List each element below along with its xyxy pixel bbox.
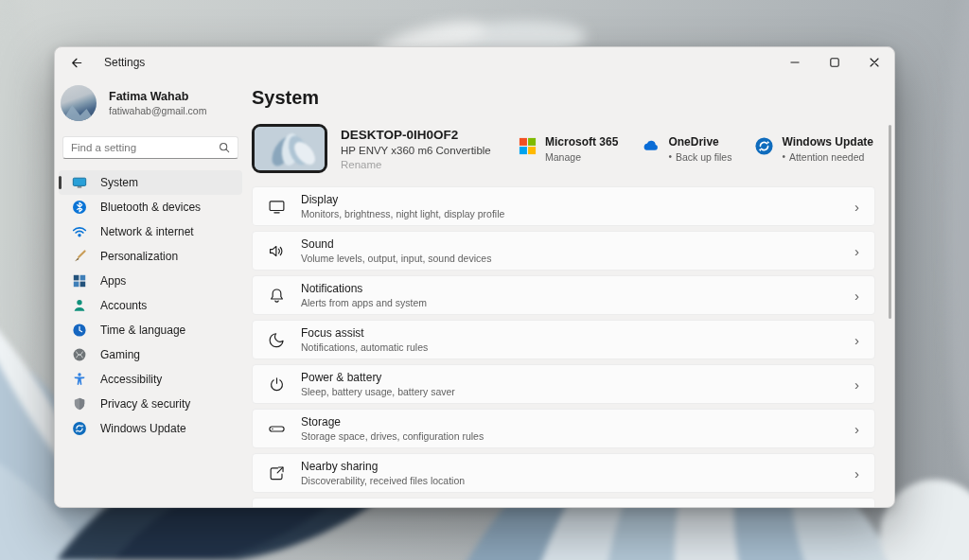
status-badges: Microsoft 365 Manage OneDrive •Back up f…	[518, 135, 875, 163]
rename-link[interactable]: Rename	[341, 159, 491, 170]
storage-icon	[268, 420, 286, 438]
system-icon	[72, 175, 87, 190]
bluetooth-icon	[72, 200, 87, 215]
sidebar-item-gaming[interactable]: Gaming	[59, 342, 242, 367]
main-pane: System DESKTOP-0IH0OF2 HP ENVY x360 m6 C…	[250, 78, 894, 507]
sidebar-item-bluetooth-devices[interactable]: Bluetooth & devices	[59, 195, 242, 219]
window-title: Settings	[104, 56, 145, 69]
windows-update-icon	[72, 421, 87, 436]
active-indicator	[59, 176, 62, 189]
close-icon	[870, 58, 879, 67]
page-title: System	[252, 86, 875, 109]
settings-card-power-battery[interactable]: Power & battery Sleep, battery usage, ba…	[252, 364, 875, 404]
sidebar-item-privacy-security[interactable]: Privacy & security	[59, 392, 242, 416]
settings-card-focus-assist[interactable]: Focus assist Notifications, automatic ru…	[252, 320, 875, 359]
chevron-right-icon: ›	[854, 199, 859, 215]
apps-icon	[72, 273, 87, 289]
power-icon	[268, 376, 286, 394]
privacy-security-icon	[72, 396, 87, 411]
microsoft-365-icon	[518, 136, 537, 156]
sidebar-item-time-language[interactable]: Time & language	[59, 318, 242, 342]
sidebar-item-personalization[interactable]: Personalization	[59, 244, 242, 269]
profile-name: Fatima Wahab	[109, 90, 206, 103]
back-button[interactable]	[62, 52, 89, 73]
status-dot: •	[782, 152, 785, 162]
windows-update-badge-icon	[754, 136, 774, 156]
search-icon	[219, 142, 230, 153]
device-name: DESKTOP-0IH0OF2	[341, 128, 491, 142]
avatar	[61, 85, 97, 121]
chevron-right-icon: ›	[854, 465, 859, 481]
back-arrow-icon	[69, 56, 83, 70]
profile-email: fatiwahab@gmail.com	[109, 105, 206, 116]
focus-assist-icon	[268, 331, 286, 349]
titlebar: Settings	[55, 47, 894, 78]
settings-card-nearby-sharing[interactable]: Nearby sharing Discoverability, received…	[252, 453, 875, 493]
personalization-icon	[72, 249, 87, 264]
chevron-right-icon: ›	[854, 288, 859, 304]
device-thumbnail	[252, 124, 327, 173]
settings-card-sound[interactable]: Sound Volume levels, output, input, soun…	[252, 231, 875, 271]
chevron-right-icon: ›	[854, 376, 859, 393]
settings-card-storage[interactable]: Storage Storage space, drives, configura…	[252, 409, 875, 448]
onedrive-icon	[641, 136, 661, 156]
settings-list: Display Monitors, brightness, night ligh…	[252, 186, 875, 508]
status-dot: •	[668, 152, 672, 162]
sound-icon	[268, 242, 286, 260]
device-header: DESKTOP-0IH0OF2 HP ENVY x360 m6 Converti…	[252, 124, 875, 173]
network-icon	[72, 224, 87, 239]
sidebar-nav: System Bluetooth & devices Network & int…	[55, 170, 250, 441]
close-button[interactable]	[854, 47, 894, 78]
sidebar-item-apps[interactable]: Apps	[59, 269, 242, 293]
settings-card-notifications[interactable]: Notifications Alerts from apps and syste…	[252, 275, 875, 315]
maximize-button[interactable]	[815, 47, 854, 78]
device-model: HP ENVY x360 m6 Convertible	[341, 145, 491, 156]
sidebar-item-accounts[interactable]: Accounts	[59, 293, 242, 318]
badge-onedrive[interactable]: OneDrive •Back up files	[641, 135, 731, 163]
minimize-button[interactable]	[775, 47, 815, 78]
accessibility-icon	[72, 372, 87, 387]
gaming-icon	[72, 347, 87, 362]
sidebar: Fatima Wahab fatiwahab@gmail.com System …	[55, 78, 250, 507]
sidebar-item-windows-update[interactable]: Windows Update	[59, 416, 242, 441]
badge-windows-update[interactable]: Windows Update •Attention needed	[754, 135, 873, 163]
chevron-right-icon: ›	[854, 421, 859, 437]
display-icon	[268, 198, 286, 216]
notifications-icon	[268, 287, 286, 305]
chevron-right-icon: ›	[854, 243, 859, 259]
sidebar-item-network-internet[interactable]: Network & internet	[59, 219, 242, 244]
badge-microsoft-365[interactable]: Microsoft 365 Manage	[518, 135, 618, 163]
search-box	[62, 136, 238, 159]
search-input[interactable]	[71, 142, 219, 153]
scrollbar[interactable]	[889, 125, 891, 319]
maximize-icon	[830, 58, 839, 67]
sidebar-item-system[interactable]: System	[59, 170, 242, 195]
accounts-icon	[72, 298, 87, 313]
chevron-right-icon: ›	[854, 332, 859, 348]
time-language-icon	[72, 323, 87, 338]
settings-window: Settings Fatima Wahab fatiwahab@gmail.co…	[54, 46, 895, 508]
sidebar-item-accessibility[interactable]: Accessibility	[59, 367, 242, 392]
settings-card-display[interactable]: Display Monitors, brightness, night ligh…	[252, 186, 875, 226]
profile-block[interactable]: Fatima Wahab fatiwahab@gmail.com	[61, 85, 240, 121]
minimize-icon	[790, 58, 800, 67]
nearby-sharing-icon	[268, 464, 286, 482]
settings-card-partial[interactable]	[252, 498, 875, 508]
